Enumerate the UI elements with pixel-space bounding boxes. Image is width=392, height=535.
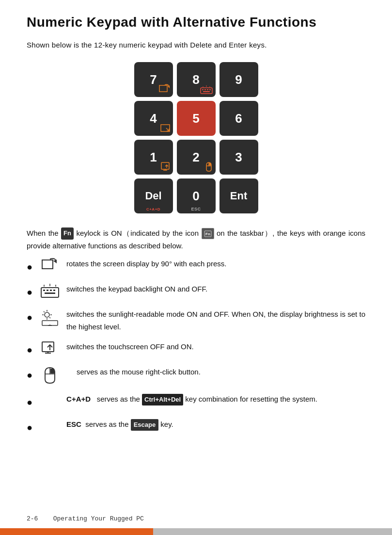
list-item-rotate: ● rotates the screen display by 90° with… [27, 258, 365, 275]
svg-rect-27 [45, 292, 55, 294]
svg-line-36 [44, 311, 45, 312]
esc-text: ESC serves as the Escape key. [66, 418, 365, 431]
touchscreen-key-icon [160, 162, 171, 172]
svg-rect-18 [209, 163, 211, 165]
escape-label: Escape [131, 419, 159, 431]
backlight-text: switches the keypad backlight ON and OFF… [66, 283, 365, 295]
svg-rect-23 [43, 290, 45, 291]
svg-rect-2 [202, 89, 204, 90]
svg-line-37 [49, 317, 50, 318]
mouse-bullet-icon [41, 366, 59, 385]
mouse-text: serves as the mouse right-click button. [66, 366, 365, 378]
key-del: Del C+A+D [134, 178, 173, 213]
svg-line-11 [166, 128, 169, 131]
key-ent: Ent [220, 178, 258, 213]
footer-bar-orange [0, 528, 153, 535]
svg-rect-6 [203, 91, 210, 92]
features-list: ● rotates the screen display by 90° with… [27, 258, 365, 436]
footer-text: 2-6 Operating Your Rugged PC [0, 509, 392, 528]
svg-text:Fn: Fn [205, 232, 210, 236]
right-click-icon [204, 162, 213, 172]
touchscreen-bullet-icon [40, 340, 60, 358]
fn-description: When the Fn keylock is ON（indicated by t… [27, 227, 365, 252]
svg-rect-5 [209, 89, 211, 90]
keyboard-bullet-icon [39, 283, 61, 299]
svg-rect-4 [207, 89, 208, 90]
svg-point-31 [45, 312, 49, 317]
ctrl-alt-del-label: Ctrl+Alt+Del [142, 394, 183, 405]
page-content: Numeric Keypad with Alternative Function… [0, 0, 392, 453]
svg-rect-21 [42, 260, 53, 269]
key-8: 8 [177, 62, 216, 97]
keypad: 7 8 [27, 62, 365, 213]
sunlight-text: switches the sunlight-readable mode ON a… [66, 308, 365, 333]
list-item-mouse: ● serves as the mouse right-click button… [27, 366, 365, 385]
rotate-icon [158, 84, 171, 95]
key-0: 0 ESC [177, 178, 216, 213]
fn-badge: Fn [61, 227, 74, 239]
keypad-row-4: Del C+A+D 0 ESC Ent [134, 178, 258, 213]
page-title: Numeric Keypad with Alternative Function… [27, 15, 365, 30]
fn-taskbar-svg: Fn [204, 230, 212, 237]
keypad-row-3: 1 2 [134, 140, 258, 175]
list-item-sunlight: ● switches the sunlig [27, 308, 365, 333]
svg-rect-3 [204, 89, 206, 90]
fn-taskbar-icon: Fn [202, 228, 214, 239]
key-1: 1 [134, 140, 173, 175]
key-6: 6 [220, 101, 258, 136]
keypad-row-2: 4 5 6 [134, 101, 258, 136]
touchscreen-text: switches the touchscreen OFF and ON. [66, 340, 365, 353]
key-9: 9 [220, 62, 258, 97]
sunlight-bullet-icon [39, 308, 61, 326]
key-3: 3 [220, 140, 258, 175]
subtitle-text: Shown below is the 12-key numeric keypad… [27, 39, 365, 51]
cad-text: C+A+D serves as the Ctrl+Alt+Del key com… [66, 393, 365, 405]
svg-rect-25 [50, 290, 52, 291]
footer-bar-gray [153, 528, 392, 535]
rotate-text: rotates the screen display by 90° with e… [66, 258, 365, 270]
list-item-touchscreen: ● switches the touchscreen OFF and ON. [27, 340, 365, 358]
keyboard-backlight-icon [200, 85, 213, 95]
key-7: 7 [134, 62, 173, 97]
key-5: 5 [177, 101, 216, 136]
svg-rect-0 [159, 85, 167, 92]
list-item-backlight: ● switches the keypad backlight ON and O… [27, 283, 365, 300]
footer: 2-6 Operating Your Rugged PC [0, 509, 392, 535]
key-2: 2 [177, 140, 216, 175]
svg-rect-24 [47, 290, 48, 291]
keypad-row-1: 7 8 [134, 62, 258, 97]
expand-icon [160, 124, 171, 133]
svg-rect-47 [50, 369, 54, 373]
footer-bar [0, 528, 392, 535]
list-item-cad: ● C+A+D serves as the Ctrl+Alt+Del key c… [27, 393, 365, 410]
key-4: 4 [134, 101, 173, 136]
rotate-bullet-icon [40, 258, 60, 275]
svg-rect-26 [53, 290, 55, 291]
svg-rect-1 [201, 88, 212, 94]
list-item-esc: ● ESC serves as the Escape key. [27, 418, 365, 436]
